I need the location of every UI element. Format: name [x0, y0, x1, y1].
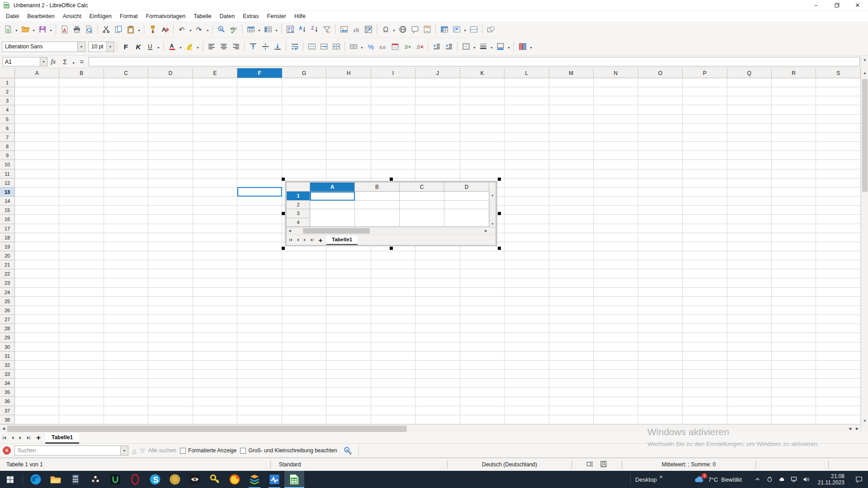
find-replace-icon[interactable]: a — [215, 23, 227, 36]
vertical-scrollbar[interactable]: ▼ ▲ ▼ — [861, 56, 868, 432]
column-header-B[interactable]: B — [59, 68, 104, 78]
format-number-icon[interactable]: 0,0 — [377, 40, 389, 53]
redo-icon[interactable]: ↷ — [193, 23, 205, 36]
row-header-13[interactable]: 13 — [0, 188, 14, 197]
row-header-18[interactable]: 18 — [0, 233, 14, 242]
add-sheet-button[interactable]: + — [33, 433, 43, 442]
column-header-N[interactable]: N — [594, 68, 638, 78]
previous-sheet-icon[interactable] — [9, 434, 16, 442]
formula-icon[interactable]: = — [76, 56, 88, 67]
calculator-app-icon[interactable] — [66, 471, 85, 488]
next-sheet-icon[interactable] — [16, 434, 24, 442]
row-header-2[interactable]: 2 — [0, 87, 14, 96]
ole-column-header-D[interactable]: D — [444, 183, 489, 192]
column-header-K[interactable]: K — [460, 68, 505, 78]
desktop-chevron-icon[interactable]: » — [660, 474, 663, 480]
row-header-31[interactable]: 31 — [0, 352, 14, 361]
unmerge-cells-icon[interactable] — [330, 40, 342, 53]
find-previous-icon[interactable]: △ — [132, 447, 137, 454]
match-case-checkbox[interactable]: Groß- und Kleinschreibung beachten — [240, 447, 337, 454]
row-header-4[interactable]: 4 — [0, 105, 14, 114]
ole-column-header-B[interactable]: B — [355, 183, 400, 192]
row-header-33[interactable]: 33 — [0, 370, 14, 379]
edge-app-icon[interactable] — [26, 471, 46, 488]
freeze-rows-columns-icon[interactable] — [438, 23, 450, 36]
find-all-button[interactable]: Alle suchen — [148, 447, 176, 454]
embedded-spreadsheet-object[interactable]: ABCD 1234 ▲ ▼ ◀ ▶ — [283, 179, 499, 248]
formula-input[interactable] — [89, 57, 860, 66]
row-header-3[interactable]: 3 — [0, 96, 14, 105]
ole-selection-handle[interactable] — [498, 247, 501, 250]
conditional-formatting-icon[interactable] — [516, 40, 528, 53]
iobit-app-icon[interactable] — [105, 471, 125, 488]
save-icon[interactable] — [36, 23, 48, 36]
name-box-dropdown-icon[interactable]: ▾ — [40, 57, 47, 66]
insert-pivot-table-icon[interactable] — [362, 23, 374, 36]
menu-einfgen[interactable]: Einfügen — [85, 12, 116, 21]
row-header-36[interactable]: 36 — [0, 397, 14, 406]
ole-row-header-4[interactable]: 4 — [287, 218, 310, 227]
spreadsheet-grid[interactable] — [15, 78, 861, 424]
minimize-button[interactable]: – — [806, 0, 826, 11]
scroll-top-expand-icon[interactable]: ▼ — [861, 56, 868, 64]
row-header-37[interactable]: 37 — [0, 406, 14, 415]
menu-formatvorlagen[interactable]: Formatvorlagen — [142, 12, 190, 21]
menu-format[interactable]: Format — [116, 12, 142, 21]
font-size-combo[interactable]: 10 pt ▾ — [88, 42, 114, 52]
monitor-app-icon[interactable] — [264, 471, 284, 488]
border-color-dropdown-icon[interactable]: ▾ — [506, 40, 511, 53]
ole-selected-cell-A1[interactable] — [310, 192, 355, 201]
status-page-style[interactable]: Standard — [271, 458, 447, 471]
menu-hilfe[interactable]: Hilfe — [290, 12, 310, 21]
special-character-dropdown-icon[interactable]: ▾ — [392, 23, 396, 36]
sum-dropdown-icon[interactable]: ▾ — [71, 56, 76, 68]
taskbar-clock[interactable]: 21:08 21.11.2023 — [818, 473, 844, 486]
network-icon[interactable] — [790, 476, 798, 483]
keepass-app-icon[interactable] — [205, 471, 225, 488]
hidden-icons-chevron-icon[interactable] — [754, 476, 762, 483]
spelling-icon[interactable]: abc — [227, 23, 240, 36]
column-header-E[interactable]: E — [193, 68, 237, 78]
highlight-color-icon[interactable] — [183, 40, 195, 53]
align-bottom-icon[interactable] — [271, 40, 283, 53]
format-percent-icon[interactable]: % — [364, 40, 377, 53]
scroll-right-end-icon[interactable]: ▶ — [854, 425, 861, 432]
desktop-toolbar[interactable]: Desktop » — [630, 474, 667, 485]
onedrive-cloud-icon[interactable] — [778, 476, 786, 483]
paste-icon[interactable] — [124, 23, 137, 36]
split-window-icon[interactable] — [467, 23, 480, 36]
cut-icon[interactable] — [100, 23, 112, 36]
ole-select-all-corner[interactable] — [287, 183, 310, 192]
align-center-icon[interactable] — [217, 40, 230, 53]
font-size-dropdown-icon[interactable]: ▾ — [106, 42, 114, 52]
ole-scroll-up-icon[interactable]: ▲ — [490, 192, 496, 198]
column-header-G[interactable]: G — [282, 68, 326, 78]
scroll-right-icon[interactable]: ◀ — [846, 425, 854, 432]
scroll-down-icon[interactable]: ▼ — [861, 417, 868, 424]
row-header-29[interactable]: 29 — [0, 333, 14, 342]
print-icon[interactable] — [71, 23, 83, 36]
row-header-28[interactable]: 28 — [0, 324, 14, 333]
new-document-dropdown-icon[interactable]: ▾ — [14, 23, 19, 36]
ole-row-header-1[interactable]: 1 — [287, 192, 310, 201]
row-header-5[interactable]: 5 — [0, 115, 14, 124]
row-header-1[interactable]: 1 — [0, 78, 14, 87]
menu-fenster[interactable]: Fenster — [263, 12, 290, 21]
row-header-34[interactable]: 34 — [0, 379, 14, 388]
show-draw-functions-icon[interactable] — [485, 23, 497, 36]
find-next-icon[interactable]: ▽ — [140, 447, 145, 454]
clone-formatting-icon[interactable] — [146, 23, 159, 36]
column-header-A[interactable]: A — [15, 68, 59, 78]
name-box[interactable]: A1 ▾ — [2, 57, 47, 66]
save-dropdown-icon[interactable]: ▾ — [48, 23, 53, 36]
formatted-display-checkbox[interactable]: Formatierte Anzeige — [180, 447, 236, 454]
ole-selection-handle[interactable] — [282, 212, 285, 215]
ole-row-header-2[interactable]: 2 — [287, 201, 310, 210]
horizontal-scroll-thumb[interactable] — [7, 426, 407, 432]
row-header-11[interactable]: 11 — [0, 169, 14, 178]
row-icon[interactable] — [245, 23, 257, 36]
menu-extras[interactable]: Extras — [239, 12, 263, 21]
firefox-app-icon[interactable] — [225, 471, 245, 488]
border-style-dropdown-icon[interactable]: ▾ — [489, 40, 494, 53]
increase-indent-icon[interactable] — [443, 40, 455, 53]
